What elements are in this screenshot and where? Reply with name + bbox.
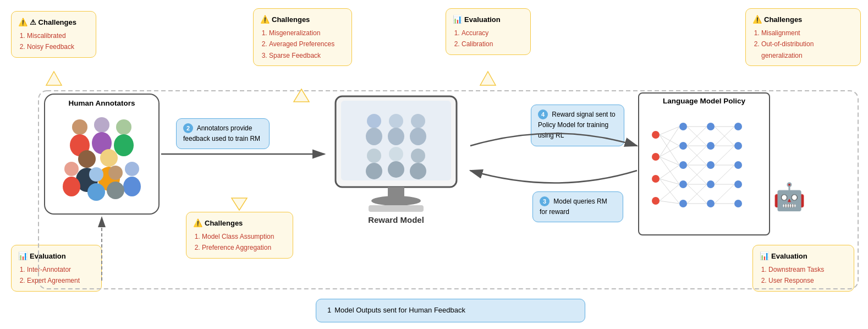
warn-icon-1: ⚠️ xyxy=(18,16,28,29)
svg-point-10 xyxy=(64,162,79,176)
step1-number: 1 xyxy=(327,305,331,316)
svg-line-65 xyxy=(660,184,679,201)
challenge-item: Model Class Assumption xyxy=(202,231,286,242)
svg-point-2 xyxy=(94,117,109,133)
challenges-top-left-title: ⚠️ ⚠ Challenges xyxy=(18,16,89,29)
svg-point-48 xyxy=(707,180,715,188)
svg-point-50 xyxy=(734,123,742,130)
svg-point-14 xyxy=(89,167,103,182)
reward-model-area: Reward Model xyxy=(325,91,468,228)
eval-item: Inter-Annotator xyxy=(27,264,95,275)
svg-line-62 xyxy=(660,165,679,179)
lm-policy-title: Language Model Policy xyxy=(639,94,769,107)
eval-bottom-left-list: Inter-Annotator Expert Agreement xyxy=(18,264,95,287)
lm-policy-box: Language Model Policy xyxy=(638,92,770,235)
step3-header: 3 Model queries RM for reward xyxy=(540,196,616,217)
svg-point-28 xyxy=(389,147,403,161)
eval-top-center-list: Accuracy Calibration xyxy=(453,28,524,50)
step2-header: 2 Annotators provide feedback used to tr… xyxy=(183,123,262,144)
step3-bubble: 3 Model queries RM for reward xyxy=(532,191,623,222)
step2-number: 2 xyxy=(183,123,193,133)
svg-point-21 xyxy=(366,128,382,145)
svg-point-41 xyxy=(679,142,687,150)
svg-point-46 xyxy=(707,142,715,150)
step4-bubble: 4 Reward signal sent to Policy Model for… xyxy=(531,105,624,146)
svg-point-8 xyxy=(100,149,118,167)
svg-point-4 xyxy=(116,119,131,135)
svg-point-30 xyxy=(411,149,425,163)
svg-point-51 xyxy=(734,142,742,150)
eval-bottom-left-box: 📊 Evaluation Inter-Annotator Expert Agre… xyxy=(11,245,102,292)
bar-icon-3: 📊 xyxy=(760,250,769,263)
eval-bottom-left-title: 📊 Evaluation xyxy=(18,250,95,263)
challenges-top-right-box: ⚠️ Challenges Misalignment Out-of-distri… xyxy=(745,8,861,66)
svg-line-58 xyxy=(660,127,679,157)
challenge-item: Averaged Preferences xyxy=(269,39,345,50)
svg-line-86 xyxy=(715,165,734,184)
svg-marker-96 xyxy=(294,89,309,102)
step4-header: 4 Reward signal sent to Policy Model for… xyxy=(538,109,617,141)
eval-item: Downstream Tasks xyxy=(768,264,847,275)
svg-point-49 xyxy=(707,200,715,207)
annotators-title: Human Annotators xyxy=(69,99,135,107)
svg-point-15 xyxy=(87,183,105,201)
svg-point-5 xyxy=(114,134,134,156)
challenge-item: Out-of-distribution generalization xyxy=(761,39,854,61)
challenge-item: Sparse Feedback xyxy=(269,50,345,61)
people-illustration xyxy=(50,109,154,203)
bar-icon-2: 📊 xyxy=(18,250,28,263)
svg-point-29 xyxy=(388,161,404,178)
svg-point-27 xyxy=(366,163,382,179)
step3-number: 3 xyxy=(540,196,550,206)
svg-point-22 xyxy=(389,114,403,128)
step4-number: 4 xyxy=(538,109,548,119)
svg-point-31 xyxy=(410,163,426,179)
challenges-top-center-box: ⚠️ Challenges Misgeneralization Averaged… xyxy=(253,8,352,66)
svg-text:Reward Model: Reward Model xyxy=(368,215,424,224)
challenges-top-left-box: ⚠️ ⚠ Challenges Miscalibrated Noisy Feed… xyxy=(11,11,96,58)
eval-item: Calibration xyxy=(462,39,524,50)
svg-point-45 xyxy=(707,123,715,130)
challenges-top-right-label: Challenges xyxy=(764,14,802,26)
challenge-item: Misgeneralization xyxy=(269,28,345,39)
challenges-top-center-list: Misgeneralization Averaged Preferences S… xyxy=(260,28,345,61)
challenge-item: Misalignment xyxy=(761,28,854,39)
svg-point-43 xyxy=(679,180,687,188)
svg-marker-97 xyxy=(232,198,247,210)
svg-line-63 xyxy=(660,179,679,184)
challenges-top-right-title: ⚠️ Challenges xyxy=(752,13,854,26)
svg-point-20 xyxy=(367,114,381,128)
step1-text: Model Outputs sent for Human Feedback xyxy=(334,305,465,316)
step4-text: Reward signal sent to Policy Model for t… xyxy=(538,111,616,139)
eval-bottom-left-label: Evaluation xyxy=(30,250,66,262)
svg-line-88 xyxy=(715,184,734,204)
svg-point-36 xyxy=(652,131,660,139)
eval-bottom-right-label: Evaluation xyxy=(771,250,807,262)
eval-top-center-title: 📊 Evaluation xyxy=(453,13,524,26)
eval-bottom-right-box: 📊 Evaluation Downstream Tasks User Respo… xyxy=(752,245,854,292)
neural-net-svg xyxy=(639,107,770,228)
svg-line-64 xyxy=(660,179,679,204)
svg-point-23 xyxy=(388,128,404,145)
svg-point-38 xyxy=(652,175,660,183)
svg-point-44 xyxy=(679,200,687,207)
eval-item: User Response xyxy=(768,275,847,286)
eval-item: Expert Agreement xyxy=(27,275,95,286)
challenge-item: Noisy Feedback xyxy=(27,41,89,52)
svg-point-25 xyxy=(410,128,426,145)
challenges-top-center-label: Challenges xyxy=(272,14,310,26)
svg-marker-98 xyxy=(480,72,496,85)
svg-line-59 xyxy=(660,146,679,157)
robot-icon: 🤖 xyxy=(773,182,806,212)
svg-point-11 xyxy=(63,177,80,196)
challenges-top-left-list: Miscalibrated Noisy Feedback xyxy=(18,30,89,53)
challenge-item: Miscalibrated xyxy=(27,30,89,41)
svg-point-47 xyxy=(707,161,715,169)
svg-point-16 xyxy=(108,166,123,180)
challenges-bottom-center-label: Challenges xyxy=(205,217,243,229)
svg-point-17 xyxy=(107,182,124,199)
svg-line-56 xyxy=(660,135,679,146)
eval-bottom-right-title: 📊 Evaluation xyxy=(760,250,847,263)
challenges-bottom-center-title: ⚠️ Challenges xyxy=(193,217,286,230)
eval-bottom-right-list: Downstream Tasks User Response xyxy=(760,264,847,287)
